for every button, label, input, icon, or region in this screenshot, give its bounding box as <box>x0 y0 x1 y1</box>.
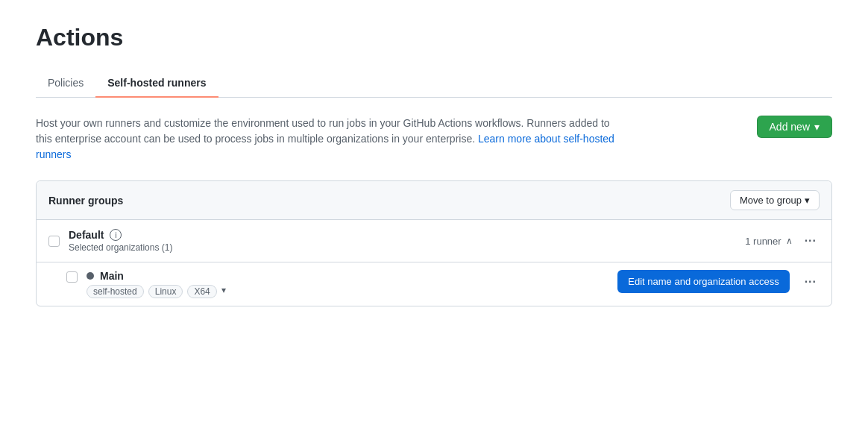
runner-groups-header: Runner groups Move to group ▾ <box>37 181 831 220</box>
runner-count: 1 runner ∧ <box>745 236 792 247</box>
chevron-down-icon: ▾ <box>805 195 810 206</box>
move-to-group-button[interactable]: Move to group ▾ <box>730 190 820 210</box>
chevron-down-icon: ▾ <box>814 121 820 133</box>
runner-tags: self-hosted Linux X64 ▾ <box>87 285 226 298</box>
default-group-name: Default <box>69 229 104 241</box>
tabs-container: Policies Self-hosted runners <box>36 69 832 98</box>
description-text: Host your own runners and customize the … <box>36 116 617 163</box>
info-icon[interactable]: i <box>110 229 122 241</box>
default-group-row: Default i Selected organizations (1) 1 r… <box>37 220 831 262</box>
add-new-button[interactable]: Add new ▾ <box>757 116 832 138</box>
tab-policies[interactable]: Policies <box>36 69 95 98</box>
ellipsis-icon: ··· <box>805 234 817 248</box>
selected-orgs-text: Selected organizations (1) <box>69 242 172 253</box>
default-group-checkbox[interactable] <box>48 236 60 247</box>
runner-menu-button[interactable]: ··· <box>802 272 820 292</box>
description-row: Host your own runners and customize the … <box>36 116 832 163</box>
runner-groups-title: Runner groups <box>48 195 123 207</box>
default-group-menu-button[interactable]: ··· <box>802 231 820 251</box>
page-title: Actions <box>36 24 832 51</box>
tag-x64: X64 <box>187 285 216 298</box>
edit-name-org-access-button[interactable]: Edit name and organization access <box>617 270 789 293</box>
tag-linux: Linux <box>148 285 183 298</box>
tags-dropdown-caret[interactable]: ▾ <box>221 285 226 298</box>
runner-groups-card: Runner groups Move to group ▾ Default i … <box>36 180 832 306</box>
chevron-up-icon: ∧ <box>786 236 793 246</box>
runner-main-checkbox[interactable] <box>66 271 78 283</box>
tag-self-hosted: self-hosted <box>87 285 144 298</box>
ellipsis-icon: ··· <box>805 275 817 289</box>
runner-main-row: Main self-hosted Linux X64 ▾ Edit name a… <box>37 262 831 306</box>
runner-name: Main <box>100 270 124 282</box>
runner-status-dot <box>87 272 94 280</box>
tab-self-hosted-runners[interactable]: Self-hosted runners <box>95 69 218 98</box>
